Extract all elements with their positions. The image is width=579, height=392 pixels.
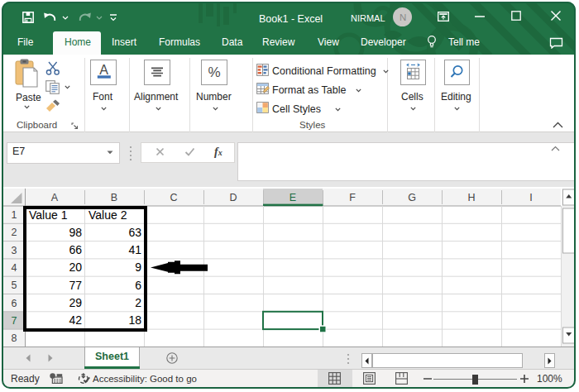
svg-text:6: 6 <box>135 279 141 292</box>
svg-text:98: 98 <box>69 226 82 239</box>
svg-text:42: 42 <box>69 313 82 327</box>
svg-text:H: H <box>467 192 475 203</box>
svg-text:8: 8 <box>12 332 17 344</box>
svg-text:9: 9 <box>135 261 141 274</box>
svg-text:6: 6 <box>12 298 17 309</box>
svg-text:C: C <box>170 192 177 203</box>
svg-text:4: 4 <box>12 262 17 274</box>
svg-text:F: F <box>349 192 356 203</box>
svg-text:Value 2: Value 2 <box>89 208 127 222</box>
svg-text:77: 77 <box>69 279 82 292</box>
svg-text:29: 29 <box>69 296 82 309</box>
svg-text:G: G <box>408 192 416 203</box>
svg-text:1: 1 <box>12 209 17 221</box>
svg-text:41: 41 <box>128 243 141 256</box>
svg-text:3: 3 <box>12 245 17 256</box>
svg-text:A: A <box>51 192 59 203</box>
svg-text:63: 63 <box>128 226 141 239</box>
svg-text:2: 2 <box>135 296 141 309</box>
svg-text:E: E <box>290 192 296 203</box>
svg-text:2: 2 <box>12 227 17 238</box>
svg-text:66: 66 <box>69 243 82 256</box>
svg-text:5: 5 <box>12 280 17 291</box>
svg-text:20: 20 <box>69 261 82 274</box>
svg-text:Value 1: Value 1 <box>29 208 68 222</box>
svg-text:7: 7 <box>12 315 17 327</box>
svg-text:B: B <box>111 192 117 203</box>
svg-text:%: % <box>208 65 220 80</box>
svg-text:I: I <box>529 192 532 203</box>
svg-text:D: D <box>229 192 237 203</box>
svg-text:A: A <box>99 63 108 77</box>
svg-text:18: 18 <box>128 313 141 327</box>
